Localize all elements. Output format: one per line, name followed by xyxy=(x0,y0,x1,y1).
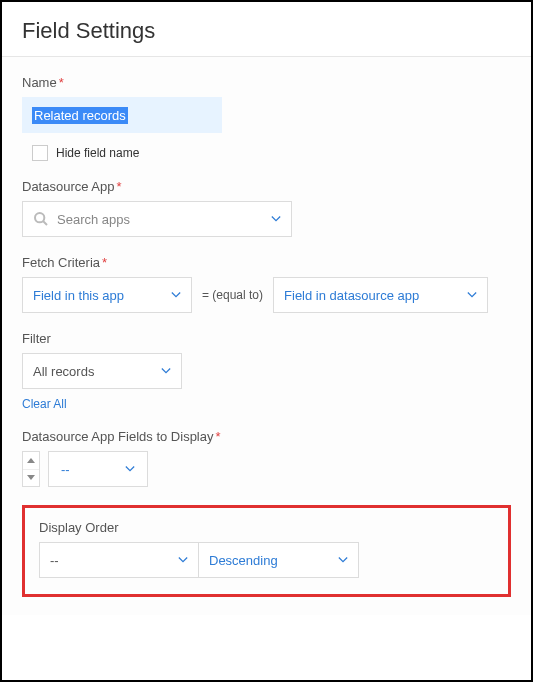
chevron-down-icon xyxy=(338,555,348,565)
fetch-label: Fetch Criteria* xyxy=(22,255,511,270)
display-order-direction-combo[interactable]: Descending xyxy=(199,542,359,578)
hide-field-name-checkbox[interactable] xyxy=(32,145,48,161)
svg-line-1 xyxy=(43,221,47,225)
filter-label: Filter xyxy=(22,331,511,346)
display-order-label: Display Order xyxy=(39,520,494,535)
hide-field-name-label: Hide field name xyxy=(56,146,139,160)
filter-value: All records xyxy=(33,364,161,379)
name-input-value: Related records xyxy=(32,107,128,124)
chevron-down-icon xyxy=(178,555,188,565)
display-order-section: Display Order -- Descending xyxy=(22,505,511,597)
fetch-field-datasource-app-combo[interactable]: Field in datasource app xyxy=(273,277,488,313)
required-asterisk: * xyxy=(215,429,220,444)
page-title: Field Settings xyxy=(22,18,511,44)
fields-order-stepper[interactable] xyxy=(22,451,40,487)
chevron-down-icon xyxy=(125,464,135,474)
datasource-group: Datasource App* Search apps xyxy=(22,179,511,237)
fetch-left-value: Field in this app xyxy=(33,288,171,303)
fetch-group: Fetch Criteria* Field in this app = (equ… xyxy=(22,255,511,313)
fetch-right-value: Field in datasource app xyxy=(284,288,467,303)
dialog-header: Field Settings xyxy=(2,2,531,57)
fields-display-group: Datasource App Fields to Display* -- xyxy=(22,429,511,487)
chevron-down-icon xyxy=(467,290,477,300)
fetch-field-this-app-combo[interactable]: Field in this app xyxy=(22,277,192,313)
datasource-label: Datasource App* xyxy=(22,179,511,194)
hide-field-name-row: Hide field name xyxy=(32,145,511,161)
chevron-down-icon xyxy=(271,214,281,224)
required-asterisk: * xyxy=(59,75,64,90)
display-order-direction-value: Descending xyxy=(209,553,338,568)
datasource-search-combo[interactable]: Search apps xyxy=(22,201,292,237)
dialog-content: Name* Related records Hide field name Da… xyxy=(2,57,531,615)
search-icon xyxy=(33,211,49,227)
required-asterisk: * xyxy=(117,179,122,194)
name-input[interactable]: Related records xyxy=(22,97,222,133)
svg-point-0 xyxy=(35,213,44,222)
required-asterisk: * xyxy=(102,255,107,270)
chevron-down-icon xyxy=(171,290,181,300)
name-group: Name* Related records Hide field name xyxy=(22,75,511,161)
stepper-up-button[interactable] xyxy=(23,452,39,469)
datasource-placeholder: Search apps xyxy=(57,212,271,227)
fetch-operator: = (equal to) xyxy=(202,288,263,302)
fields-display-label: Datasource App Fields to Display* xyxy=(22,429,511,444)
clear-all-link[interactable]: Clear All xyxy=(22,397,67,411)
filter-combo[interactable]: All records xyxy=(22,353,182,389)
chevron-down-icon xyxy=(161,366,171,376)
display-order-field-value: -- xyxy=(50,553,178,568)
name-label: Name* xyxy=(22,75,511,90)
fields-display-combo[interactable]: -- xyxy=(48,451,148,487)
filter-group: Filter All records Clear All xyxy=(22,331,511,411)
stepper-down-button[interactable] xyxy=(23,469,39,487)
display-order-field-combo[interactable]: -- xyxy=(39,542,199,578)
fields-display-value: -- xyxy=(61,462,125,477)
